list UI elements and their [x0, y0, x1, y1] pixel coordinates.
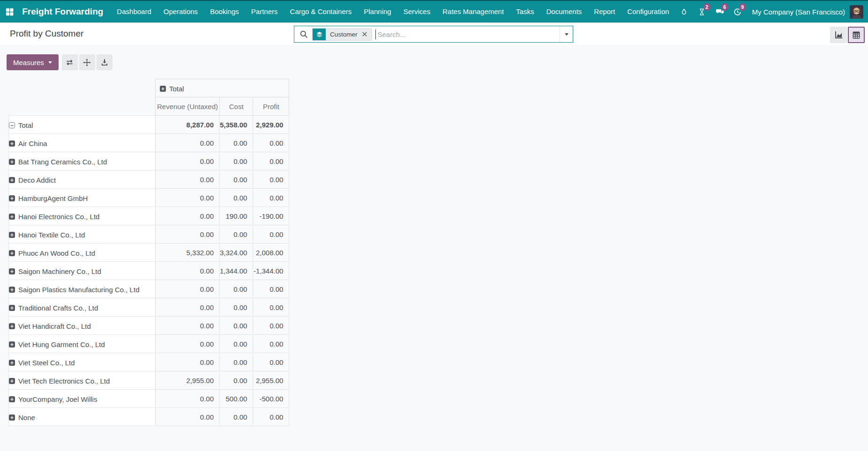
- cell-deco-addict-profit[interactable]: 0.00: [253, 170, 289, 189]
- nav-menu-tasks[interactable]: Tasks: [510, 1, 540, 22]
- row-header-viet-tech-electronics-co-ltd[interactable]: +Viet Tech Electronics Co., Ltd: [9, 371, 156, 390]
- cell-total-cost[interactable]: 5,358.00: [220, 116, 253, 134]
- activities-button[interactable]: 9: [729, 1, 747, 22]
- cell-saigon-machinery-co-ltd-cost[interactable]: 1,344.00: [220, 262, 253, 280]
- nav-menu-services[interactable]: Services: [397, 1, 437, 22]
- nav-menu-cargo-containers[interactable]: Cargo & Containers: [284, 1, 358, 22]
- cell-hanoi-textile-co-ltd-cost[interactable]: 0.00: [220, 225, 253, 244]
- cell-total-profit[interactable]: 2,929.00: [253, 116, 289, 134]
- cell-viet-tech-electronics-co-ltd-revenue-untaxed[interactable]: 2,955.00: [156, 371, 220, 390]
- row-header-total[interactable]: −Total: [9, 116, 156, 134]
- cell-bat-trang-ceramics-co-ltd-profit[interactable]: 0.00: [253, 152, 289, 170]
- cell-none-revenue-untaxed[interactable]: 0.00: [156, 408, 220, 426]
- measure-header-cost[interactable]: Cost: [220, 97, 253, 116]
- row-header-air-china[interactable]: +Air China: [9, 134, 156, 152]
- search-options-toggle[interactable]: [560, 26, 573, 42]
- cell-viet-handicraft-co-ltd-revenue-untaxed[interactable]: 0.00: [156, 317, 220, 335]
- cell-viet-hung-garment-co-ltd-profit[interactable]: 0.00: [253, 335, 289, 353]
- apps-menu-button[interactable]: [2, 1, 17, 22]
- cell-viet-steel-co-ltd-profit[interactable]: 0.00: [253, 353, 289, 371]
- cell-hamburgagent-gmbh-profit[interactable]: 0.00: [253, 189, 289, 207]
- row-header-phuoc-an-wood-co-ltd[interactable]: +Phuoc An Wood Co., Ltd: [9, 244, 156, 262]
- cell-saigon-plastics-manufacturing-co-ltd-cost[interactable]: 0.00: [220, 280, 253, 298]
- cell-deco-addict-cost[interactable]: 0.00: [220, 170, 253, 189]
- nav-menu-operations[interactable]: Operations: [157, 1, 204, 22]
- cell-saigon-plastics-manufacturing-co-ltd-profit[interactable]: 0.00: [253, 280, 289, 298]
- cell-viet-tech-electronics-co-ltd-cost[interactable]: 0.00: [220, 371, 253, 390]
- cell-hamburgagent-gmbh-revenue-untaxed[interactable]: 0.00: [156, 189, 220, 207]
- cell-viet-handicraft-co-ltd-profit[interactable]: 0.00: [253, 317, 289, 335]
- row-header-yourcompany-joel-willis[interactable]: +YourCompany, Joel Willis: [9, 390, 156, 408]
- row-header-traditional-crafts-co-ltd[interactable]: +Traditional Crafts Co., Ltd: [9, 298, 156, 317]
- facet-remove-icon[interactable]: [362, 31, 367, 37]
- cell-yourcompany-joel-willis-revenue-untaxed[interactable]: 0.00: [156, 390, 220, 408]
- cell-hamburgagent-gmbh-cost[interactable]: 0.00: [220, 189, 253, 207]
- company-switcher[interactable]: My Company (San Francisco): [752, 8, 845, 16]
- cell-viet-hung-garment-co-ltd-cost[interactable]: 0.00: [220, 335, 253, 353]
- nav-menu-bookings[interactable]: Bookings: [204, 1, 245, 22]
- download-button[interactable]: [97, 54, 112, 70]
- cell-none-profit[interactable]: 0.00: [253, 408, 289, 426]
- row-header-hanoi-electronics-co-ltd[interactable]: +Hanoi Electronics Co., Ltd: [9, 207, 156, 225]
- row-header-saigon-machinery-co-ltd[interactable]: +Saigon Machinery Co., Ltd: [9, 262, 156, 280]
- cell-deco-addict-revenue-untaxed[interactable]: 0.00: [156, 170, 220, 189]
- nav-menu-planning[interactable]: Planning: [358, 1, 397, 22]
- hourglass-button[interactable]: 2: [693, 1, 711, 22]
- cell-bat-trang-ceramics-co-ltd-revenue-untaxed[interactable]: 0.00: [156, 152, 220, 170]
- row-header-deco-addict[interactable]: +Deco Addict: [9, 170, 156, 189]
- nav-menu-dashboard[interactable]: Dashboard: [111, 1, 157, 22]
- cell-air-china-cost[interactable]: 0.00: [220, 134, 253, 152]
- cell-hanoi-textile-co-ltd-revenue-untaxed[interactable]: 0.00: [156, 225, 220, 244]
- cell-none-cost[interactable]: 0.00: [220, 408, 253, 426]
- column-group-total[interactable]: +Total: [156, 79, 289, 97]
- row-header-none[interactable]: +None: [9, 408, 156, 426]
- row-header-viet-hung-garment-co-ltd[interactable]: +Viet Hung Garment Co., Ltd: [9, 335, 156, 353]
- flip-axis-button[interactable]: [62, 54, 78, 70]
- cell-viet-tech-electronics-co-ltd-profit[interactable]: 2,955.00: [253, 371, 289, 390]
- row-header-bat-trang-ceramics-co-ltd[interactable]: +Bat Trang Ceramics Co., Ltd: [9, 152, 156, 170]
- cell-traditional-crafts-co-ltd-cost[interactable]: 0.00: [220, 298, 253, 317]
- cell-traditional-crafts-co-ltd-profit[interactable]: 0.00: [253, 298, 289, 317]
- cell-air-china-revenue-untaxed[interactable]: 0.00: [156, 134, 220, 152]
- cell-phuoc-an-wood-co-ltd-cost[interactable]: 3,324.00: [220, 244, 253, 262]
- row-header-viet-steel-co-ltd[interactable]: +Viet Steel Co., Ltd: [9, 353, 156, 371]
- cell-yourcompany-joel-willis-profit[interactable]: -500.00: [253, 390, 289, 408]
- cell-viet-handicraft-co-ltd-cost[interactable]: 0.00: [220, 317, 253, 335]
- cell-hanoi-electronics-co-ltd-cost[interactable]: 190.00: [220, 207, 253, 225]
- nav-menu-configuration[interactable]: Configuration: [621, 1, 675, 22]
- measure-header-revenue-untaxed[interactable]: Revenue (Untaxed): [156, 97, 220, 116]
- app-brand[interactable]: Freight Forwarding: [22, 7, 103, 17]
- cell-saigon-machinery-co-ltd-revenue-untaxed[interactable]: 0.00: [156, 262, 220, 280]
- cell-saigon-plastics-manufacturing-co-ltd-revenue-untaxed[interactable]: 0.00: [156, 280, 220, 298]
- cell-hanoi-electronics-co-ltd-revenue-untaxed[interactable]: 0.00: [156, 207, 220, 225]
- water-drop-button[interactable]: [675, 1, 693, 22]
- row-header-hamburgagent-gmbh[interactable]: +HamburgAgent GmbH: [9, 189, 156, 207]
- search-facet-customer[interactable]: Customer: [312, 28, 372, 41]
- messages-button[interactable]: 6: [711, 1, 729, 22]
- cell-air-china-profit[interactable]: 0.00: [253, 134, 289, 152]
- avatar[interactable]: [850, 5, 863, 19]
- cell-viet-steel-co-ltd-cost[interactable]: 0.00: [220, 353, 253, 371]
- search-input[interactable]: [376, 30, 560, 38]
- measures-button[interactable]: Measures: [7, 54, 59, 70]
- cell-hanoi-electronics-co-ltd-profit[interactable]: -190.00: [253, 207, 289, 225]
- cell-viet-steel-co-ltd-revenue-untaxed[interactable]: 0.00: [156, 353, 220, 371]
- cell-phuoc-an-wood-co-ltd-profit[interactable]: 2,008.00: [253, 244, 289, 262]
- cell-saigon-machinery-co-ltd-profit[interactable]: -1,344.00: [253, 262, 289, 280]
- cell-phuoc-an-wood-co-ltd-revenue-untaxed[interactable]: 5,332.00: [156, 244, 220, 262]
- cell-viet-hung-garment-co-ltd-revenue-untaxed[interactable]: 0.00: [156, 335, 220, 353]
- nav-menu-rates-management[interactable]: Rates Management: [436, 1, 510, 22]
- row-header-hanoi-textile-co-ltd[interactable]: +Hanoi Textile Co., Ltd: [9, 225, 156, 244]
- view-switch-graph[interactable]: [830, 27, 847, 43]
- cell-yourcompany-joel-willis-cost[interactable]: 500.00: [220, 390, 253, 408]
- row-header-saigon-plastics-manufacturing-co-ltd[interactable]: +Saigon Plastics Manufacturing Co., Ltd: [9, 280, 156, 298]
- cell-traditional-crafts-co-ltd-revenue-untaxed[interactable]: 0.00: [156, 298, 220, 317]
- view-switch-pivot[interactable]: [848, 27, 865, 43]
- nav-menu-partners[interactable]: Partners: [245, 1, 284, 22]
- row-header-viet-handicraft-co-ltd[interactable]: +Viet Handicraft Co., Ltd: [9, 317, 156, 335]
- nav-menu-documents[interactable]: Documents: [540, 1, 588, 22]
- cell-hanoi-textile-co-ltd-profit[interactable]: 0.00: [253, 225, 289, 244]
- expand-all-button[interactable]: [79, 54, 95, 70]
- cell-total-revenue-untaxed[interactable]: 8,287.00: [156, 116, 220, 134]
- nav-menu-report[interactable]: Report: [588, 1, 621, 22]
